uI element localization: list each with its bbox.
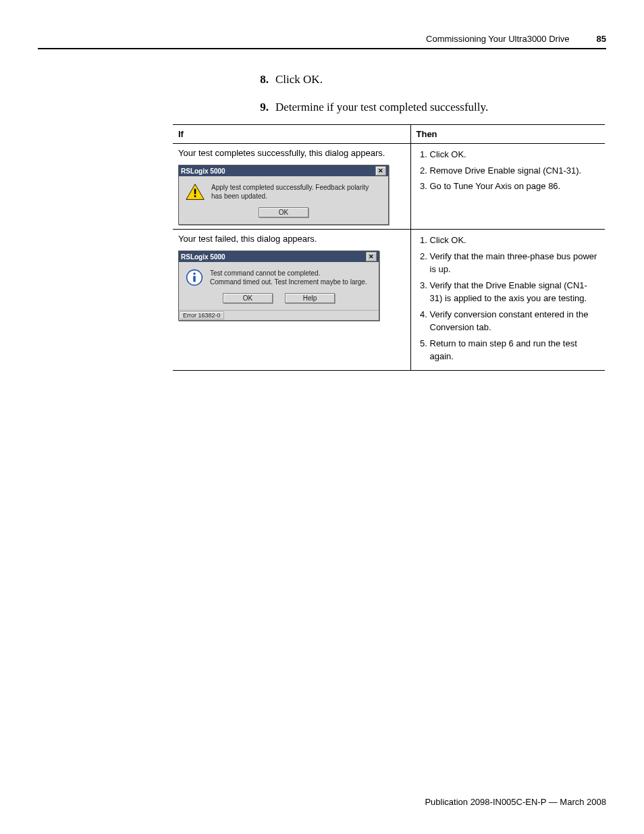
- status-text: Error 16382-0: [180, 311, 224, 319]
- step-text: Click OK.: [275, 70, 323, 90]
- dialog-statusbar: Error 16382-0: [179, 310, 379, 320]
- dialog-title: RSLogix 5000: [181, 253, 225, 261]
- step-list: 8. Click OK. 9. Determine if your test c…: [254, 70, 606, 118]
- svg-rect-5: [193, 276, 196, 282]
- dialog-titlebar: RSLogix 5000 ✕: [179, 251, 379, 262]
- then-list: Click OK. Remove Drive Enable signal (CN…: [419, 148, 600, 193]
- if-text: Your test completes successfully, this d…: [178, 148, 405, 158]
- dialog-failed: RSLogix 5000 ✕: [178, 251, 379, 321]
- col-header-if: If: [173, 125, 410, 144]
- table-row: Your test failed, this dialog appears. R…: [173, 230, 605, 371]
- svg-rect-2: [194, 195, 196, 197]
- list-item: Remove Drive Enable signal (CN1-31).: [430, 164, 600, 178]
- warning-icon: [186, 183, 205, 201]
- dialog-titlebar: RSLogix 5000 ✕: [179, 165, 388, 176]
- dialog-message: Test command cannot be completed. Comman…: [210, 269, 367, 286]
- svg-point-4: [193, 273, 196, 276]
- table-row: Your test completes successfully, this d…: [173, 144, 605, 230]
- ok-button[interactable]: OK: [223, 293, 273, 303]
- info-icon: [186, 269, 203, 286]
- help-button[interactable]: Help: [285, 293, 335, 303]
- dialog-title: RSLogix 5000: [181, 167, 225, 175]
- list-item: Verify conversion constant entered in th…: [430, 308, 600, 334]
- svg-rect-1: [194, 189, 196, 194]
- list-item: Verify that the Drive Enable signal (CN1…: [430, 279, 600, 305]
- step-item: 9. Determine if your test completed succ…: [254, 97, 606, 118]
- list-item: Return to main step 6 and run the test a…: [430, 337, 600, 363]
- col-header-then: Then: [410, 125, 605, 144]
- dialog-message: Apply test completed successfully. Feedb…: [211, 183, 381, 201]
- then-list: Click OK. Verify that the main three-pha…: [419, 234, 600, 363]
- if-text: Your test failed, this dialog appears.: [178, 234, 405, 244]
- close-icon[interactable]: ✕: [375, 166, 386, 176]
- publication-footer: Publication 2098-IN005C-EN-P — March 200…: [425, 797, 606, 807]
- if-then-table: If Then Your test completes successfully…: [173, 124, 605, 371]
- step-text: Determine if your test completed success…: [275, 97, 488, 118]
- list-item: Click OK.: [430, 148, 600, 161]
- dialog-success: RSLogix 5000 ✕: [178, 165, 389, 225]
- step-number: 9.: [254, 97, 269, 118]
- close-icon[interactable]: ✕: [366, 252, 377, 261]
- ok-button[interactable]: OK: [259, 207, 308, 217]
- step-number: 8.: [254, 70, 269, 90]
- list-item: Verify that the main three-phase bus pow…: [430, 250, 600, 276]
- page-number: 85: [597, 34, 606, 44]
- list-item: Go to Tune Your Axis on page 86.: [430, 180, 600, 193]
- running-header: Commissioning Your Ultra3000 Drive 85: [38, 34, 606, 49]
- step-item: 8. Click OK.: [254, 70, 606, 90]
- list-item: Click OK.: [430, 234, 600, 247]
- header-title: Commissioning Your Ultra3000 Drive: [426, 34, 569, 44]
